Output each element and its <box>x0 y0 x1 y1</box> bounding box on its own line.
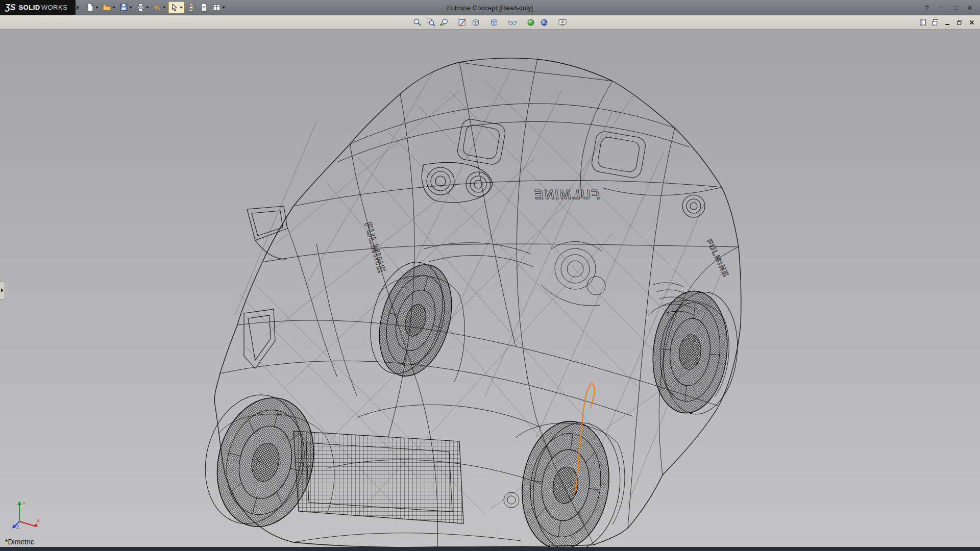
view-orientation-button[interactable] <box>470 16 482 29</box>
wheel-front-right <box>514 416 628 547</box>
zoom-to-fit-button[interactable] <box>411 16 424 29</box>
logo-text-works: WORKS <box>41 4 68 11</box>
view-toolbar <box>0 15 980 30</box>
dropdown-caret-icon[interactable] <box>112 7 115 9</box>
undo-arrow-icon <box>153 3 162 12</box>
expand-panel-arrow-icon <box>1 288 4 292</box>
wheel-front-left <box>192 385 327 537</box>
appearance-sphere-icon <box>526 18 535 27</box>
dropdown-caret-icon[interactable] <box>180 7 183 9</box>
save-button[interactable] <box>118 2 134 13</box>
select-cursor-icon <box>170 3 179 12</box>
close-document-button[interactable] <box>967 17 977 28</box>
dropdown-caret-icon[interactable] <box>129 7 132 9</box>
select-tool-button[interactable] <box>168 2 184 13</box>
solidworks-logo: ƷS SOLID WORKS <box>0 0 76 15</box>
new-document-button[interactable] <box>84 2 100 13</box>
close-document-icon <box>968 19 975 26</box>
minimize-button[interactable]: − <box>935 3 947 13</box>
cascade-windows-button[interactable] <box>930 17 940 28</box>
dock-pane-button[interactable] <box>918 17 928 28</box>
dropdown-caret-icon[interactable] <box>95 7 99 9</box>
dock-pane-icon <box>919 19 926 26</box>
display-style-button[interactable] <box>488 16 500 29</box>
cascade-windows-icon <box>932 19 939 26</box>
file-properties-icon <box>200 3 208 12</box>
body-decals: FULMINE FULMINE FULMINE <box>362 187 731 279</box>
zoom-to-area-icon <box>426 18 435 27</box>
save-floppy-icon <box>119 3 128 12</box>
hide-show-glasses-icon <box>508 18 517 27</box>
new-document-icon <box>86 3 94 12</box>
wheel-rear-left <box>358 254 463 385</box>
view-settings-icon <box>558 18 567 27</box>
maximize-button[interactable]: □ <box>949 3 962 13</box>
undo-button[interactable] <box>152 2 167 13</box>
zoom-to-area-button[interactable] <box>425 16 437 29</box>
menu-expand-arrow-icon[interactable] <box>77 5 79 10</box>
main-toolbar <box>84 2 227 13</box>
file-properties-button[interactable] <box>198 2 210 13</box>
orientation-triad: Y X Z <box>11 498 42 530</box>
view-settings-button[interactable] <box>556 16 569 29</box>
view-toolbar-center <box>411 16 569 29</box>
triad-z-label: Z <box>16 524 19 530</box>
view-orientation-cube-icon <box>471 18 480 27</box>
display-style-cube-icon <box>489 18 499 27</box>
zoom-to-fit-icon <box>413 18 422 27</box>
rebuild-stoplight-icon <box>187 3 195 12</box>
dropdown-caret-icon[interactable] <box>222 7 225 9</box>
triad-y-label: Y <box>22 501 26 506</box>
section-view-icon <box>458 18 467 27</box>
window-controls: ? − □ ✕ <box>921 0 976 15</box>
mirror-and-side-lamp <box>244 206 287 368</box>
close-button[interactable]: ✕ <box>964 3 976 13</box>
bottom-edge-strip <box>0 547 980 551</box>
hide-show-items-button[interactable] <box>506 16 519 29</box>
front-grille <box>293 431 463 523</box>
dropdown-caret-icon[interactable] <box>163 7 166 9</box>
section-view-button[interactable] <box>456 16 469 29</box>
help-button[interactable]: ? <box>921 3 933 13</box>
3ds-logo-icon: ƷS <box>5 3 15 12</box>
apply-scene-button[interactable] <box>538 16 550 29</box>
view-orientation-label: *Dimetric <box>5 538 34 546</box>
options-button[interactable] <box>211 2 227 13</box>
restore-document-icon <box>956 19 963 26</box>
triad-x-label: X <box>37 518 40 523</box>
mdi-window-controls <box>918 17 977 28</box>
titlebar[interactable]: ƷS SOLID WORKS <box>0 0 980 15</box>
edit-appearance-button[interactable] <box>525 16 537 29</box>
decal-cowl: FULMINE <box>532 187 601 202</box>
graphics-viewport[interactable]: FULMINE FULMINE FULMINE Y X Z *Dimetric <box>0 30 980 547</box>
decal-rear: FULMINE <box>705 238 731 279</box>
print-icon <box>136 3 145 12</box>
roof-openings <box>456 118 647 179</box>
open-button[interactable] <box>101 2 117 13</box>
model-wireframe: FULMINE FULMINE FULMINE <box>0 30 980 547</box>
minimize-document-button[interactable] <box>942 17 952 28</box>
logo-text-solid: SOLID <box>18 4 40 11</box>
dropdown-caret-icon[interactable] <box>146 7 149 9</box>
previous-view-button[interactable] <box>438 16 450 29</box>
feature-manager-flyout-tab[interactable] <box>0 281 5 299</box>
scene-sphere-icon <box>540 18 549 27</box>
print-button[interactable] <box>135 2 151 13</box>
restore-document-button[interactable] <box>954 17 965 28</box>
open-folder-icon <box>103 3 111 12</box>
rebuild-button[interactable] <box>185 2 197 13</box>
previous-view-icon <box>439 18 449 27</box>
window-title: Fulmine Concept [Read-only] <box>447 4 533 11</box>
minimize-document-icon <box>944 19 951 26</box>
options-table-icon <box>212 3 221 12</box>
